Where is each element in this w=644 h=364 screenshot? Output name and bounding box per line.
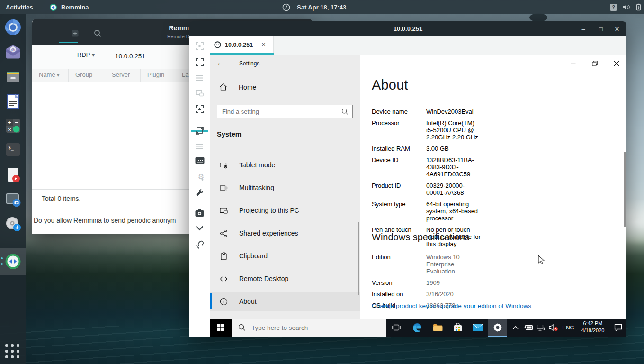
- chromium-icon[interactable]: [4, 18, 22, 36]
- menu-icon[interactable]: [195, 142, 204, 151]
- disc-installer-icon[interactable]: [4, 215, 22, 233]
- column-name[interactable]: Name ▾: [32, 69, 69, 82]
- new-connection-icon[interactable]: [71, 29, 79, 37]
- gnome-top-bar: Activities Remmina Sat Apr 18, 17:43 ?: [0, 0, 644, 14]
- sidebar-scrollbar[interactable]: [358, 222, 359, 295]
- start-button[interactable]: [210, 318, 232, 337]
- multi-monitor-icon[interactable]: [195, 89, 204, 98]
- projecting-icon: [220, 207, 228, 215]
- back-arrow-icon[interactable]: ←: [216, 58, 224, 68]
- nav-projecting[interactable]: Projecting to this PC: [210, 201, 360, 220]
- taskbar-search-input[interactable]: [250, 324, 371, 332]
- settings-minimize-button[interactable]: [566, 57, 580, 70]
- status-area[interactable]: ?: [610, 0, 641, 14]
- dynamic-resolution-icon[interactable]: [195, 105, 204, 114]
- svg-text:+: +: [7, 119, 11, 126]
- disconnect-icon[interactable]: [195, 240, 204, 249]
- scale-icon[interactable]: [195, 126, 204, 135]
- spec-value: Windows 10 Enterprise Evaluation: [426, 254, 594, 275]
- settings-close-button[interactable]: [609, 57, 624, 70]
- change-product-key-link[interactable]: Change product key or upgrade your editi…: [372, 302, 531, 309]
- remmina-icon[interactable]: [4, 253, 22, 270]
- tray-volume-muted[interactable]: [547, 318, 560, 337]
- files-icon[interactable]: [4, 68, 22, 85]
- store-button[interactable]: [448, 318, 467, 337]
- tray-language[interactable]: ENG: [560, 318, 576, 337]
- column-group[interactable]: Group: [69, 69, 105, 82]
- app-menu[interactable]: Remmina: [44, 0, 95, 14]
- column-server[interactable]: Server: [105, 69, 141, 82]
- protocol-dropdown[interactable]: RDP ▾: [77, 51, 95, 58]
- spec-label: System type: [372, 200, 426, 222]
- nav-tablet-mode[interactable]: Tablet mode: [210, 155, 360, 174]
- taskbar-search[interactable]: [232, 318, 386, 337]
- nav-remote-desktop[interactable]: Remote Desktop: [210, 269, 360, 288]
- close-button[interactable]: ✕: [609, 21, 625, 36]
- mail-icon[interactable]: @: [4, 43, 22, 61]
- fullscreen-icon[interactable]: [195, 58, 204, 67]
- help-icon: ?: [610, 4, 617, 11]
- preferences-icon[interactable]: ⚙: [195, 173, 205, 182]
- store-icon: [453, 323, 463, 332]
- connection-tab[interactable]: 10.0.0.251 ✕: [210, 36, 274, 53]
- spec-value: 64-bit operating system, x64-based proce…: [426, 200, 594, 222]
- tray-time: 6:42 PM: [576, 320, 609, 327]
- calculator-icon[interactable]: + − × =: [4, 117, 22, 135]
- task-view-button[interactable]: [387, 318, 405, 337]
- file-explorer-button[interactable]: [429, 318, 447, 337]
- clock-menu[interactable]: Sat Apr 18, 17:43: [282, 0, 346, 14]
- tray-clock[interactable]: 6:42 PM 4/18/2020: [576, 320, 609, 334]
- settings-restore-button[interactable]: [588, 57, 602, 70]
- spec-label: Installed on: [372, 291, 426, 298]
- menu-icon[interactable]: [195, 73, 204, 82]
- spec-label: Installed RAM: [372, 145, 426, 152]
- remote-screen: ← Settings Home System: [210, 55, 626, 337]
- gear-icon: [493, 322, 502, 332]
- tray-network[interactable]: [535, 318, 547, 337]
- settings-taskbar-button[interactable]: [488, 318, 507, 337]
- screenshot-icon[interactable]: [4, 191, 22, 209]
- remmina-appmenu-icon: [49, 3, 57, 11]
- column-plugin[interactable]: Plugin: [141, 69, 175, 82]
- action-center-button[interactable]: [610, 318, 626, 337]
- about-icon: [220, 298, 228, 306]
- spec-label: Product ID: [372, 182, 426, 196]
- page-scrollbar[interactable]: [624, 152, 626, 227]
- settings-search-input[interactable]: [217, 105, 352, 118]
- nav-shared-experiences[interactable]: Shared experiences: [210, 224, 360, 243]
- show-applications-button[interactable]: [5, 344, 20, 359]
- tray-expand-button[interactable]: [510, 318, 521, 337]
- search-icon: [238, 324, 246, 331]
- notification-icon: [282, 3, 290, 11]
- activities-button[interactable]: Activities: [0, 0, 39, 14]
- terminal-icon[interactable]: $_: [4, 141, 22, 158]
- writer-icon[interactable]: [4, 92, 22, 110]
- settings-sidebar: ← Settings Home System: [210, 55, 360, 318]
- screenshot-tool-icon[interactable]: [195, 209, 204, 217]
- spec-label: Device name: [372, 108, 426, 115]
- wallpaper-tree: [529, 13, 547, 22]
- text-editor-icon[interactable]: [4, 166, 22, 183]
- keyboard-icon[interactable]: [195, 157, 205, 164]
- tab-close-icon[interactable]: ✕: [261, 42, 266, 48]
- settings-search-box[interactable]: [217, 105, 353, 118]
- settings-main: About Device nameWinDev2003Eval Processo…: [360, 55, 626, 318]
- nav-clipboard[interactable]: Clipboard: [210, 246, 360, 265]
- sidebar-section-title: System: [217, 130, 242, 138]
- tray-battery[interactable]: [522, 318, 535, 337]
- tab-bar: 10.0.0.251 ✕: [210, 36, 626, 55]
- autofit-icon[interactable]: [195, 42, 204, 51]
- nav-about[interactable]: About: [210, 292, 360, 311]
- mouse-cursor: [538, 255, 546, 265]
- maximize-button[interactable]: □: [593, 21, 609, 36]
- minimize-button[interactable]: –: [575, 21, 591, 36]
- nav-multitasking[interactable]: Multitasking: [210, 178, 360, 197]
- tools-icon[interactable]: [195, 188, 204, 197]
- search-icon[interactable]: [94, 29, 102, 37]
- nav-home[interactable]: Home: [219, 83, 256, 91]
- edge-button[interactable]: [408, 318, 427, 337]
- mail-button[interactable]: [468, 318, 487, 337]
- search-active-underline: [59, 42, 78, 43]
- collapse-toolbar-icon[interactable]: [195, 225, 204, 231]
- spec-value: 1328BD63-11BA-4383-9D33-4A691FD03C59: [426, 156, 594, 178]
